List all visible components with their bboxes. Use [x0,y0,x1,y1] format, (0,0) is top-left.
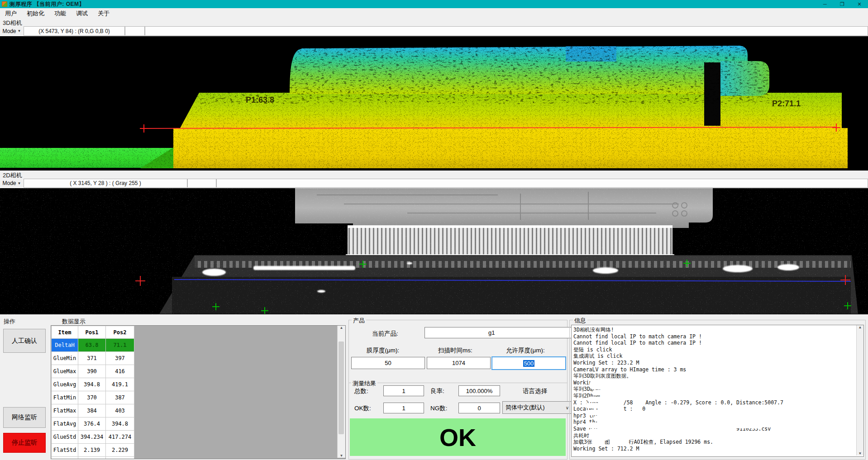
redaction-blob [588,422,760,428]
total-label: 总数: [354,387,368,395]
camera2d-image-view[interactable] [0,188,868,314]
camera3d-status-cell-3 [145,26,868,36]
allow-thickness-label: 允许厚度(μm): [506,346,545,355]
redaction-blob [624,429,649,434]
selected-text: 500 [523,360,535,367]
redaction-blob [586,403,606,408]
log-line: CameraLV array to HImage time : 3 ms [572,366,855,373]
table-header-row: Item Pos1 Pos2 [52,326,134,339]
redaction-blob [592,390,618,395]
menu-item-user[interactable]: 用户 [0,8,22,19]
data-display-label: 数据显示 [62,318,86,326]
grid-scrollbar[interactable]: ▲ ▼ [337,326,345,458]
redaction-blob [587,397,610,402]
log-line: Cannot find local IP to match camera IP … [572,340,855,346]
scan-time-label: 扫描时间ms: [438,346,472,355]
current-product-label: 当前产品: [372,330,398,338]
menu-item-about[interactable]: 关于 [93,8,114,19]
table-row-glueavg[interactable]: GlueAvg 394.8 419.1 [52,378,134,391]
redaction-blob [426,328,455,337]
camera3d-mode-bar: Mode ▼ (X 5473, Y 84) : (R 0,G 0,B 0) [0,26,868,36]
menu-item-init[interactable]: 初始化 [22,8,49,19]
log-line: 加载3张 图 行AOI检查, Elapsed 19296 ms. [572,439,855,446]
result-status-indicator: OK [350,418,566,456]
log-line: 等到3D取到灰度图数据。 [572,373,855,379]
table-row-flatmin[interactable]: FlatMin 370 387 [52,391,134,404]
log-line: 登陆 is click [572,346,855,353]
table-row-gluestd[interactable]: GlueStd 394.234 417.274 [52,431,134,444]
network-listen-button[interactable]: 网络监听 [3,407,46,428]
table-row-gluemax[interactable]: GlueMax 390 416 [52,365,134,378]
table-row-flatavg[interactable]: FlatAvg 376.4 394.8 [52,417,134,431]
ok-count-label: OK数: [354,404,371,413]
redaction-blob [596,436,608,441]
total-input[interactable]: 1 [383,385,424,396]
app-icon [2,1,7,7]
camera2d-pixel-status: ( X 3145, Y 28 ) : ( Gray 255 ) [24,179,187,188]
ng-count-label: NG数: [430,404,448,413]
close-button[interactable]: ✕ [851,0,868,8]
manual-confirm-button[interactable]: 人工确认 [3,329,46,353]
table-row-x[interactable]: X 2503.5 7066.7 [52,457,134,460]
camera3d-mode-button[interactable]: Mode ▼ [0,26,24,36]
stop-listen-button[interactable]: 停止监听 [3,433,46,453]
table-row-deltah[interactable]: DeltaH 63.8 71.1 [52,339,134,352]
scan-time-input[interactable]: 1074 [427,357,491,369]
log-line: 3D相机没有网络! [572,327,855,333]
title-bar: 测厚程序 【当前用户: OEM】 ─ ❐ ✕ [0,0,868,8]
log-line: 共耗时 [572,432,855,439]
scroll-up-icon[interactable]: ▲ [858,325,862,329]
measurement-table: Item Pos1 Pos2 DeltaH 63.8 71.1 GlueMin … [51,326,134,459]
scroll-up-icon[interactable]: ▲ [340,326,343,330]
redaction-blob [590,380,720,389]
log-line: LocateLi t : 0 [572,406,855,413]
data-display-grid[interactable]: Item Pos1 Pos2 DeltaH 63.8 71.1 GlueMin … [51,325,346,459]
chevron-down-icon: ∨ [566,405,569,410]
camera3d-image-view[interactable]: P1:63.8 P2:71.1 [0,36,868,171]
camera2d-mode-button[interactable]: Mode ▼ [0,179,24,188]
redaction-blob [593,416,727,422]
menu-item-debug[interactable]: 调试 [71,8,93,19]
camera2d-status-cell-2 [187,179,216,188]
window-title: 测厚程序 【当前用户: OEM】 [10,0,85,8]
chevron-down-icon: ▼ [18,29,21,33]
redaction-blob [586,410,606,415]
info-group-label: 信息 [573,317,587,325]
redaction-blob [588,429,613,434]
height-map-3d-image: P1:63.8 P2:71.1 [0,36,868,171]
minimize-button[interactable]: ─ [816,0,834,8]
log-line: 集成调试 is click [572,353,855,360]
results-group-label: 测量结果 [351,379,377,388]
language-combobox[interactable]: 简体中文(默认) ∨ [502,401,572,414]
product-group-label: 产品 [352,317,366,325]
ok-count-input[interactable]: 1 [383,403,424,413]
camera3d-pixel-status: (X 5473, Y 84) : (R 0,G 0,B 0) [24,26,125,36]
grayscale-2d-image [0,188,868,314]
log-line: Cannot find local IP to match camera IP … [572,333,855,340]
grid-scrollbar-thumb[interactable] [339,341,344,434]
camera2d-status-cell-3 [216,179,868,188]
ng-count-input[interactable]: 0 [458,403,500,413]
operation-label: 操作 [4,318,15,326]
camera2d-mode-bar: Mode ▼ ( X 3145, Y 28 ) : ( Gray 255 ) [0,179,868,188]
menu-bar: 用户 初始化 功能 调试 关于 [0,8,868,19]
language-select-label: 语言选择 [523,387,547,395]
allow-thickness-input[interactable]: 500 [491,356,566,370]
table-row-flatmax[interactable]: FlatMax 384 403 [52,404,134,417]
menu-item-function[interactable]: 功能 [49,8,71,19]
film-thickness-input[interactable]: 50 [351,357,425,369]
yield-input[interactable]: 100.000% [458,385,500,396]
table-row-flatstd[interactable]: FlatStd 2.139 2.229 [52,444,134,457]
log-line: Working Set : 223.2 M [572,360,855,366]
table-row-gluemin[interactable]: GlueMin 371 397 [52,352,134,365]
scroll-down-icon[interactable]: ▼ [340,454,343,458]
log-line: X : 3744 /58 Angle : -0.279, Score : 0.0… [572,399,855,406]
p2-measure-label: P2:71.1 [772,99,801,108]
chevron-down-icon: ▼ [18,181,21,185]
scroll-down-icon[interactable]: ▼ [858,451,862,455]
info-scrollbar[interactable]: ▲ ▼ [856,325,863,455]
camera3d-status-cell-2 [125,26,145,36]
yield-label: 良率: [430,387,444,395]
film-thickness-label: 膜厚度(μm): [367,346,399,355]
maximize-button[interactable]: ❐ [834,0,851,8]
